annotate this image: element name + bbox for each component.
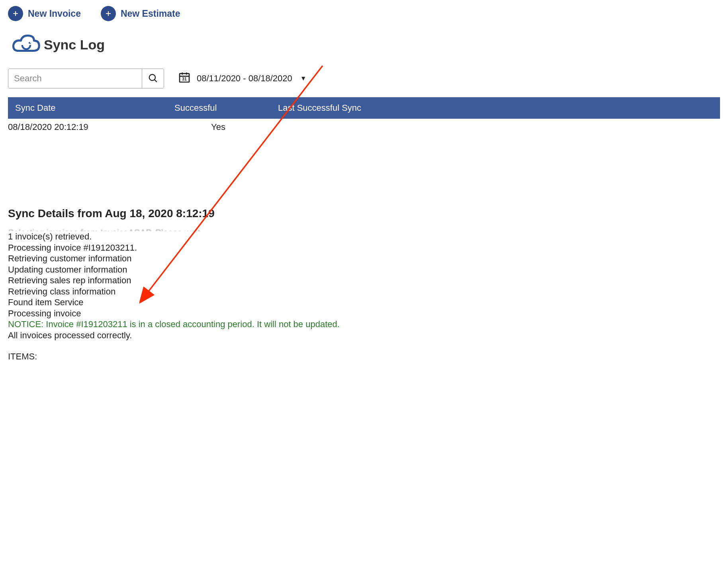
log-line: Retrieving sales rep information (8, 275, 720, 286)
log-line: Processing invoice (8, 308, 720, 319)
plus-icon (101, 6, 116, 21)
log-line: Processing invoice #I191203211. (8, 242, 720, 253)
new-estimate-button[interactable]: New Estimate (101, 6, 180, 21)
page-header: Sync Log (8, 31, 720, 59)
cell-last-successful (271, 122, 720, 132)
plus-icon (8, 6, 23, 21)
log-line: Selecting invoices from InvoiceASAP. Ple… (8, 227, 720, 231)
col-header-sync-date: Sync Date (15, 103, 174, 113)
filter-row: 31 08/11/2020 - 08/18/2020 ▼ (8, 69, 720, 88)
date-range-label: 08/11/2020 - 08/18/2020 (197, 73, 292, 84)
date-range-picker[interactable]: 31 08/11/2020 - 08/18/2020 ▼ (178, 71, 307, 86)
chevron-down-icon: ▼ (300, 75, 307, 82)
svg-line-5 (155, 79, 157, 82)
svg-point-4 (149, 74, 155, 80)
sync-details-title: Sync Details from Aug 18, 2020 8:12:19 (8, 207, 720, 220)
new-invoice-label: New Invoice (28, 8, 81, 19)
log-line-notice: NOTICE: Invoice #I191203211 is in a clos… (8, 319, 720, 330)
col-header-last-successful: Last Successful Sync (278, 103, 713, 113)
log-line: 1 invoice(s) retrieved. (8, 231, 720, 242)
log-line: Retrieving customer information (8, 253, 720, 264)
page-title: Sync Log (44, 37, 105, 53)
svg-text:31: 31 (182, 77, 187, 81)
cell-successful: Yes (167, 122, 271, 132)
top-actions-bar: New Invoice New Estimate (8, 6, 720, 21)
search-input[interactable] (8, 69, 142, 88)
log-line: Found item Service (8, 297, 720, 308)
sync-log-output: Selecting invoices from InvoiceASAP. Ple… (8, 227, 720, 362)
cell-sync-date: 08/18/2020 20:12:19 (8, 122, 167, 132)
col-header-successful: Successful (174, 103, 278, 113)
table-row[interactable]: 08/18/2020 20:12:19 Yes (8, 119, 720, 135)
new-invoice-button[interactable]: New Invoice (8, 6, 81, 21)
search-container (8, 69, 164, 88)
log-line-items-header: ITEMS: (8, 351, 720, 362)
log-line: Retrieving class information (8, 286, 720, 297)
calendar-icon: 31 (178, 71, 191, 86)
table-header: Sync Date Successful Last Successful Syn… (8, 97, 720, 119)
new-estimate-label: New Estimate (121, 8, 180, 19)
search-icon (148, 73, 158, 84)
search-button[interactable] (142, 69, 164, 88)
cloud-sync-icon (8, 31, 42, 59)
log-line: Updating customer information (8, 264, 720, 275)
log-line: All invoices processed correctly. (8, 330, 720, 341)
